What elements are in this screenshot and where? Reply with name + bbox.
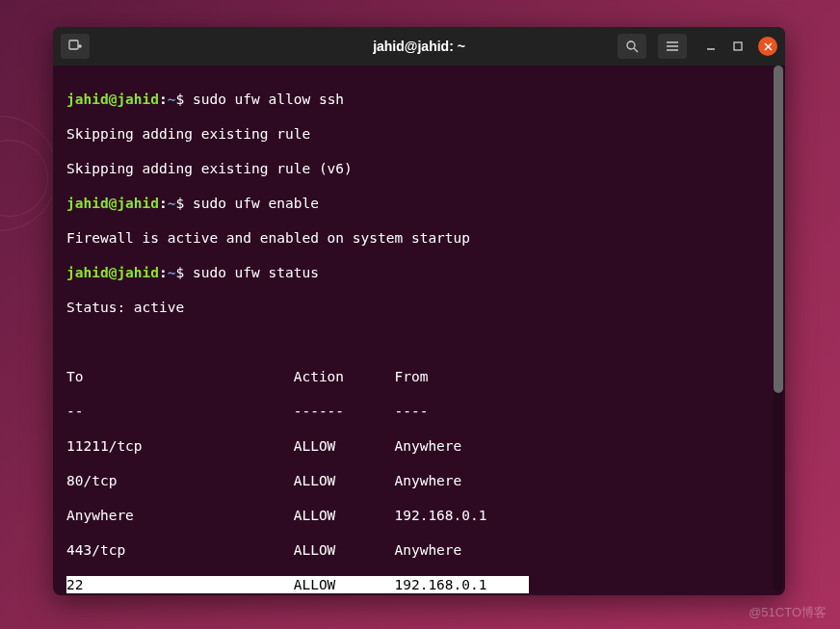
prompt-sep: : [159, 92, 168, 107]
output-line: Skipping adding existing rule (v6) [66, 160, 772, 177]
prompt-sep: : [159, 196, 168, 211]
close-icon [764, 42, 773, 51]
prompt-sep: : [159, 265, 168, 280]
terminal-output[interactable]: jahid@jahid:~$ sudo ufw allow ssh Skippi… [53, 66, 785, 595]
hamburger-icon [666, 40, 679, 52]
new-tab-icon [68, 39, 82, 53]
minimize-button[interactable] [704, 39, 718, 53]
table-row: Anywhere ALLOW 192.168.0.1 [66, 507, 772, 524]
svg-rect-9 [734, 42, 742, 50]
prompt-path: ~ [168, 196, 176, 211]
output-line: Status: active [66, 299, 772, 316]
table-row-highlighted: 22 ALLOW 192.168.0.1 [66, 576, 772, 593]
prompt-line: jahid@jahid:~$ sudo ufw status [66, 264, 772, 281]
minimize-icon [706, 41, 716, 51]
close-button[interactable] [758, 37, 777, 56]
svg-point-3 [627, 41, 635, 49]
table-divider: -- ------ ---- [66, 403, 772, 420]
search-icon [626, 40, 639, 53]
maximize-icon [733, 41, 743, 51]
table-row: 11211/tcp ALLOW Anywhere [66, 437, 772, 455]
svg-line-4 [634, 48, 638, 52]
command-text: sudo ufw allow ssh [184, 92, 344, 107]
titlebar: jahid@jahid: ~ [53, 27, 785, 66]
command-text: sudo ufw enable [184, 196, 319, 211]
window-title: jahid@jahid: ~ [373, 39, 465, 54]
terminal-window: jahid@jahid: ~ jahid@jahid:~$ sudo u [53, 27, 785, 595]
prompt-dollar: $ [176, 265, 185, 280]
maximize-button[interactable] [731, 39, 745, 53]
table-row: 443/tcp ALLOW Anywhere [66, 541, 772, 559]
new-tab-button[interactable] [61, 34, 90, 59]
scrollbar-thumb[interactable] [774, 66, 783, 393]
prompt-dollar: $ [176, 92, 185, 107]
command-text: sudo ufw status [184, 265, 319, 280]
table-header: To Action From [66, 368, 772, 385]
svg-rect-0 [69, 40, 78, 49]
prompt-line: jahid@jahid:~$ sudo ufw allow ssh [66, 91, 772, 108]
prompt-dollar: $ [176, 196, 185, 211]
prompt-path: ~ [168, 265, 176, 280]
table-row: 80/tcp ALLOW Anywhere [66, 472, 772, 489]
menu-button[interactable] [658, 34, 687, 59]
search-button[interactable] [617, 34, 646, 59]
prompt-user: jahid@jahid [66, 196, 159, 211]
output-line: Firewall is active and enabled on system… [66, 229, 772, 247]
titlebar-controls [617, 34, 777, 59]
highlighted-text: 22 ALLOW 192.168.0.1 [66, 576, 529, 593]
prompt-user: jahid@jahid [66, 92, 159, 107]
prompt-line: jahid@jahid:~$ sudo ufw enable [66, 195, 772, 212]
prompt-user: jahid@jahid [66, 265, 159, 280]
blank-line [66, 333, 772, 351]
output-line: Skipping adding existing rule [66, 125, 772, 143]
watermark: @51CTO博客 [748, 604, 827, 621]
prompt-path: ~ [168, 92, 176, 107]
